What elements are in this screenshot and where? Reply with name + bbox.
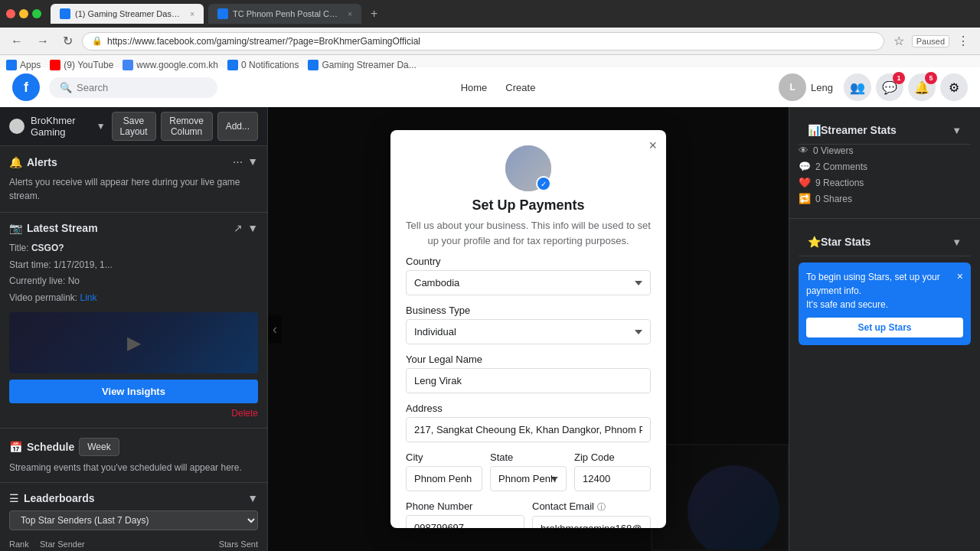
email-col: Contact Email ⓘ	[532, 500, 651, 528]
city-input[interactable]	[406, 466, 482, 491]
table-header: Rank Star Sender Stars Sent	[9, 536, 258, 551]
tab2-label: TC Phnom Penh Postal Code - Tou...	[233, 9, 340, 18]
leaderboards-collapse-icon[interactable]: ▼	[247, 492, 258, 504]
google-favicon	[122, 60, 133, 70]
forward-button[interactable]: →	[32, 33, 54, 50]
stats-collapse-icon[interactable]: ▼	[952, 125, 962, 136]
country-select[interactable]: Cambodia	[406, 270, 651, 295]
stream-start-value: 1/17/2019, 1...	[54, 259, 113, 270]
stream-start-row: Start time: 1/17/2019, 1...	[9, 257, 258, 274]
comments-stat: 💬 2 Comments	[799, 161, 971, 172]
restore-btn[interactable]	[19, 9, 28, 18]
new-tab-button[interactable]: +	[366, 7, 382, 21]
paused-badge: Paused	[912, 35, 949, 47]
stream-permalink-row: Video permalink: Link	[9, 290, 258, 307]
alerts-collapse-icon[interactable]: ▼	[247, 155, 258, 169]
stream-permalink-link[interactable]: Link	[80, 292, 97, 303]
zip-input[interactable]	[574, 466, 651, 491]
fb-gaming-favicon	[308, 60, 318, 70]
bookmark-apps[interactable]: Apps	[6, 60, 41, 70]
menu-button[interactable]: ⋮	[952, 32, 974, 50]
comments-value: 2 Comments	[815, 161, 867, 172]
zip-col: Zip Code	[574, 452, 651, 491]
browser-tab-2[interactable]: TC Phnom Penh Postal Code - Tou... ×	[208, 4, 361, 24]
bookmark-youtube[interactable]: (9) YouTube	[50, 60, 113, 70]
modal-close-button[interactable]: ×	[648, 138, 657, 154]
state-select[interactable]: Phnom Penh	[490, 466, 567, 491]
remove-column-button[interactable]: Remove Column	[161, 112, 213, 141]
tab2-favicon	[217, 8, 228, 19]
viewers-stat: 👁 0 Viewers	[799, 145, 971, 156]
tab1-label: (1) Gaming Streamer Dashboard	[75, 9, 182, 18]
friends-icon-btn[interactable]: 👥	[844, 73, 871, 101]
address-input[interactable]	[406, 417, 651, 442]
page-dropdown-icon[interactable]: ▼	[96, 121, 106, 132]
back-button[interactable]: ←	[6, 33, 28, 50]
messenger-icon-btn[interactable]: 💬 1	[876, 73, 903, 101]
leaderboard-table: Rank Star Sender Stars Sent	[9, 536, 258, 551]
phone-input[interactable]	[406, 515, 524, 528]
stream-start-label: Start time:	[9, 259, 51, 270]
home-link[interactable]: Home	[453, 77, 495, 98]
week-button[interactable]: Week	[79, 438, 119, 456]
country-label: Country	[406, 256, 651, 267]
bookmark-fb-gaming[interactable]: Gaming Streamer Da...	[308, 60, 416, 70]
modal-header: ✓ Set Up Payments Tell us about your bus…	[390, 130, 666, 256]
add-column-button[interactable]: Add...	[217, 112, 258, 141]
stream-action-button[interactable]: View Insights	[9, 380, 258, 403]
legal-name-input[interactable]	[406, 368, 651, 393]
stream-title: Latest Stream	[27, 222, 98, 234]
bookmark-google[interactable]: www.google.com.kh	[122, 60, 218, 70]
email-info-icon: ⓘ	[597, 502, 606, 511]
shares-value: 0 Shares	[815, 194, 852, 204]
tab2-close[interactable]: ×	[348, 10, 352, 18]
star-stats-collapse-icon[interactable]: ▼	[952, 236, 962, 248]
stats-icon: 📊	[808, 124, 821, 136]
stream-delete-row: Delete	[9, 408, 258, 419]
country-group: Country Cambodia	[406, 256, 651, 295]
phone-col: Phone Number	[406, 500, 524, 528]
settings-icon-btn[interactable]: ⚙	[940, 73, 968, 101]
address-group: Address	[406, 403, 651, 442]
stream-title-row: Title: CSGO?	[9, 240, 258, 257]
alerts-header: 🔔 Alerts ··· ▼	[9, 155, 258, 169]
user-avatar[interactable]: L	[779, 73, 806, 101]
leaderboard-dropdown[interactable]: Top Star Senders (Last 7 Days)	[9, 510, 258, 530]
address-bar[interactable]: 🔒 https://www.facebook.com/gaming/stream…	[82, 32, 884, 51]
address-label: Address	[406, 403, 651, 414]
modal-avatar-badge: ✓	[536, 176, 551, 191]
search-bar[interactable]: 🔍	[49, 77, 217, 98]
stream-delete-link[interactable]: Delete	[231, 408, 258, 419]
city-label: City	[406, 452, 482, 463]
tab1-close[interactable]: ×	[190, 10, 194, 18]
bookmark-fb-notif[interactable]: 0 Notifications	[227, 60, 299, 70]
contact-email-input[interactable]	[532, 516, 651, 528]
stream-thumbnail: ▶	[9, 312, 258, 373]
alerts-more-icon[interactable]: ···	[233, 155, 243, 169]
close-window-btn[interactable]	[32, 9, 41, 18]
minimize-btn[interactable]	[6, 9, 15, 18]
notifications-icon-btn[interactable]: 🔔 5	[908, 73, 936, 101]
create-link[interactable]: Create	[498, 77, 543, 98]
save-layout-button[interactable]: Save Layout	[112, 112, 156, 141]
stream-permalink-label: Video permalink:	[9, 292, 77, 303]
refresh-button[interactable]: ↻	[58, 32, 77, 50]
setup-stars-button[interactable]: Set up Stars	[806, 318, 963, 337]
star-stats-section: ⭐ Star Stats ▼ × To begin using Stars, s…	[789, 219, 980, 354]
business-type-select[interactable]: Individual	[406, 319, 651, 344]
payment-modal: × ✓ Set Up Payments Tell us about your b…	[390, 130, 666, 528]
star-stats-text2: It's safe and secure.	[806, 298, 963, 311]
stream-external-icon[interactable]: ↗	[234, 222, 243, 234]
schedule-icon: 📅	[9, 441, 22, 453]
leaderboard-icon: ☰	[9, 492, 19, 504]
star-stats-close-button[interactable]: ×	[957, 270, 963, 282]
nav-extras: ☆ Paused ⋮	[889, 32, 974, 50]
viewers-value: 0 Viewers	[813, 145, 853, 156]
browser-tab-1[interactable]: (1) Gaming Streamer Dashboard ×	[51, 4, 204, 24]
search-input[interactable]	[77, 82, 207, 93]
bookmark-icon[interactable]: ☆	[889, 32, 909, 50]
bookmark-google-label: www.google.com.kh	[136, 60, 218, 70]
col-rank: Rank	[9, 540, 40, 549]
stream-collapse-icon[interactable]: ▼	[247, 222, 258, 234]
modal-subtitle: Tell us about your business. This info w…	[406, 218, 651, 248]
